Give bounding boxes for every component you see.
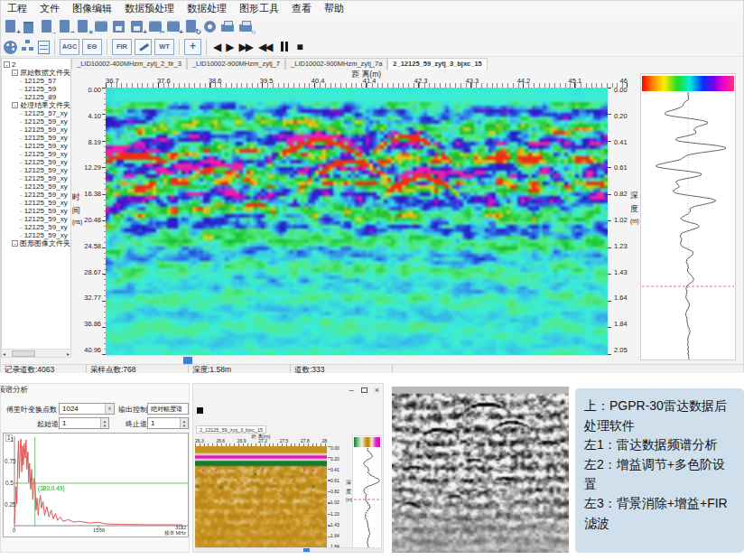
play-button[interactable]: ▶ — [226, 41, 232, 53]
pause-button[interactable] — [277, 42, 290, 51]
agc-button[interactable]: AGC — [60, 39, 79, 55]
gain-tab[interactable]: 2_12125_59_zytj_3_bjxc_15 — [196, 425, 266, 434]
sitemap-icon[interactable] — [20, 39, 35, 54]
y-tick-label: 1 — [5, 436, 14, 443]
tree-item[interactable]: -处理结果文件夹 — [2, 101, 70, 109]
tree-item[interactable]: -12125_89 — [2, 93, 70, 101]
refresh-icon[interactable]: ↻ — [184, 19, 200, 34]
toolbar-row2: AGCEΘFIRWT+◀▶▶▶◀◀■ — [1, 37, 743, 57]
import-icon[interactable]: → — [40, 19, 55, 34]
spinner-arrows-icon[interactable]: ▲▼ — [100, 418, 108, 428]
stop-button[interactable]: ■ — [296, 41, 301, 53]
scroll-thumb[interactable] — [183, 357, 192, 364]
add-folder-icon[interactable]: + — [166, 19, 181, 34]
tree-item[interactable]: -12125_59_xy — [2, 207, 70, 215]
forward-button[interactable]: ▶▶ — [238, 41, 251, 53]
fft-points-select[interactable]: 1024 ∨ — [59, 403, 115, 415]
remove-file-icon[interactable]: − — [58, 19, 73, 34]
rewind-button[interactable]: ◀◀ — [258, 41, 271, 53]
tree-item[interactable]: -12125_59_xy — [2, 126, 70, 134]
tree-item[interactable]: -原始数据文件夹 — [2, 69, 70, 77]
menu-item[interactable]: 数据处理 — [181, 1, 233, 16]
status-cell: 深度:1.58m — [189, 365, 291, 373]
tree-item[interactable]: -2 — [2, 61, 70, 69]
scroll-thumb[interactable] — [12, 350, 35, 357]
stop-icon[interactable] — [197, 407, 203, 414]
tree-item[interactable]: -12125_57_xy — [2, 109, 70, 117]
radar-bscan-image[interactable] — [106, 88, 608, 355]
tab-3[interactable]: 2_12125_59_zytj_3_bjxc_15 — [387, 58, 487, 70]
scroll-right-arrow[interactable]: ▸ — [66, 350, 70, 357]
menu-item[interactable]: 工程 — [1, 1, 33, 16]
tree-item[interactable]: -12125_59_xy — [2, 166, 70, 174]
tree-item[interactable]: -12125_59_xy — [2, 150, 70, 158]
tree-item[interactable]: -12125_59_xy — [2, 215, 70, 223]
tree-item[interactable]: -12125_57 — [2, 77, 70, 85]
tree-item[interactable]: -12125_59_xy — [2, 231, 70, 239]
prev-button[interactable]: ◀ — [213, 41, 219, 53]
cut-icon[interactable]: ✂ — [148, 19, 163, 34]
menu-item[interactable]: 查看 — [285, 1, 318, 16]
tree-expand-icon[interactable]: - — [12, 70, 18, 76]
folder-icon[interactable] — [94, 19, 109, 34]
gain-radargram[interactable] — [195, 446, 327, 553]
menu-item[interactable]: 文件 — [33, 1, 66, 16]
new-file-icon[interactable]: + — [4, 19, 19, 34]
tab-2[interactable]: _LID10002-900MHzm_zytj_7a — [285, 58, 387, 70]
axis-tick-label: 1.43 — [614, 269, 628, 276]
tree-item[interactable]: -12125_59_xy — [2, 174, 70, 182]
tab-1[interactable]: _LID10002-900MHzm_zytj_7 — [187, 58, 285, 70]
fit-icon[interactable]: + — [184, 39, 201, 55]
maximize-button[interactable] — [361, 387, 367, 393]
gain-horizontal-scrollbar[interactable] — [195, 547, 381, 553]
tree-item[interactable]: -12125_59_xy — [2, 223, 70, 231]
menu-item[interactable]: 图形工具 — [233, 1, 285, 16]
image-horizontal-scrollbar[interactable] — [106, 355, 608, 364]
tab-bar: _LID10002-400MHzm_zytj_2_fir_3_LID10002-… — [71, 58, 488, 70]
axis-tick-label: 0.00 — [88, 87, 101, 94]
gear-icon[interactable] — [202, 19, 218, 34]
print-icon[interactable] — [220, 19, 236, 34]
tree-horizontal-scrollbar[interactable]: ◂ ▸ — [2, 349, 70, 357]
end-trace-input[interactable]: 1 ▲▼ — [147, 417, 189, 429]
scroll-thumb[interactable] — [303, 548, 310, 553]
tree-item[interactable]: -12125_59_xy — [2, 182, 70, 191]
tree-item[interactable]: -12125_59_xy — [2, 191, 70, 199]
close-button[interactable]: × — [375, 386, 379, 395]
menu-item[interactable]: 图像编辑 — [66, 1, 118, 16]
scroll-track[interactable] — [6, 350, 66, 357]
tree-expand-icon[interactable]: - — [12, 102, 18, 108]
chevron-down-icon[interactable]: ∨ — [105, 404, 114, 414]
tree-item[interactable]: -12125_59 — [2, 85, 70, 93]
tree-expand-icon[interactable]: - — [12, 240, 18, 247]
tree-item[interactable]: -12125_59_xy — [2, 199, 70, 207]
brush-icon[interactable] — [135, 39, 152, 55]
print-preview-icon[interactable]: ○ — [238, 19, 254, 34]
tree-item[interactable]: -12125_59_xy — [2, 158, 70, 166]
palette-icon[interactable] — [4, 41, 17, 54]
axis-tick-label: 2.05 — [614, 347, 628, 354]
minimize-button[interactable]: – — [349, 386, 354, 395]
fir-button[interactable]: FIR — [112, 39, 132, 55]
tree-item[interactable]: -图形图像文件夹 — [2, 239, 70, 247]
tree-item[interactable]: -12125_59_xy — [2, 134, 70, 142]
tree-item[interactable]: -12125_59_xy — [2, 142, 70, 150]
save-icon[interactable] — [112, 19, 127, 34]
tree-expand-icon[interactable]: - — [4, 61, 10, 68]
wt-button[interactable]: WT — [154, 39, 174, 55]
start-trace-input[interactable]: 1 ▲▼ — [59, 417, 109, 429]
tree-item[interactable]: -12125_59_xy — [2, 117, 70, 126]
tab-0[interactable]: _LID10002-400MHzm_zytj_2_fir_3 — [71, 58, 187, 70]
axis-tick-label: 0.82 — [614, 191, 628, 198]
spinner-arrows-icon[interactable]: ▲▼ — [180, 418, 188, 428]
tree-item-label: 12125_59_xy — [24, 142, 68, 150]
menu-item[interactable]: 数据预处理 — [118, 1, 181, 16]
paste-icon[interactable] — [22, 19, 37, 34]
output-mode-select[interactable]: 绝对幅度谱 — [147, 403, 189, 415]
save-as-icon[interactable]: + — [130, 19, 145, 34]
menu-item[interactable]: 帮助 — [318, 1, 350, 16]
delete-file-icon[interactable]: × — [76, 19, 91, 34]
eq-button[interactable]: EΘ — [82, 39, 102, 55]
spectrum-plot[interactable]: 1 1 0.75 0.5 0.25 0 1556 3112 频率 MHz (38… — [3, 433, 189, 537]
list-icon[interactable] — [38, 41, 50, 54]
